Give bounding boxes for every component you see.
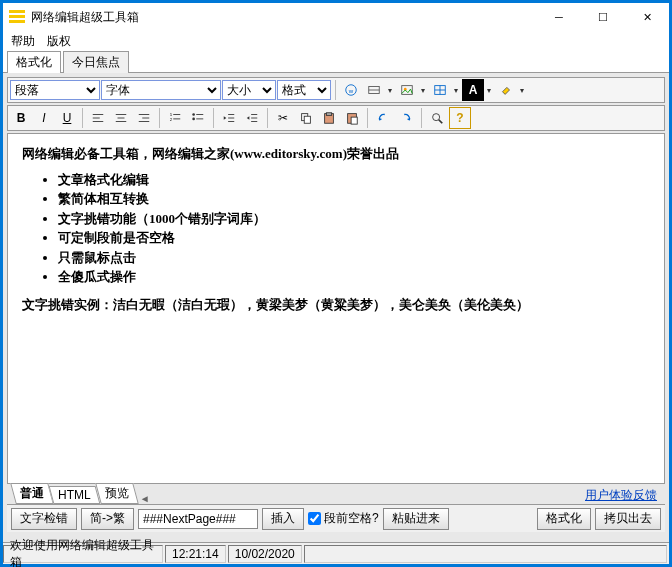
form-icon[interactable] (363, 79, 385, 101)
list-item: 文字挑错功能（1000个错别字词库） (58, 209, 650, 229)
svg-rect-35 (326, 113, 331, 116)
status-time: 12:21:14 (165, 545, 226, 563)
indent-icon[interactable] (241, 107, 263, 129)
window-title: 网络编辑超级工具箱 (31, 9, 139, 26)
content-example: 文字挑错实例：洁白无暇（洁白无瑕），黄梁美梦（黄粱美梦），美仑美奂（美伦美奂） (22, 297, 529, 312)
paragraph-select[interactable]: 段落 (10, 80, 100, 100)
status-date: 10/02/2020 (228, 545, 302, 563)
statusbar: 欢迎使用网络编辑超级工具箱 12:21:14 10/02/2020 (3, 542, 669, 564)
titlebar: 网络编辑超级工具箱 ─ ☐ ✕ (3, 3, 669, 31)
svg-point-22 (192, 113, 195, 116)
font-color-icon[interactable]: A (462, 79, 484, 101)
subtab-preview[interactable]: 预览 (95, 483, 139, 504)
tab-format[interactable]: 格式化 (7, 51, 61, 73)
list-item: 全傻瓜式操作 (58, 267, 650, 287)
svg-line-39 (439, 120, 443, 124)
svg-point-24 (192, 118, 195, 121)
copy-icon[interactable] (295, 107, 317, 129)
app-window: 网络编辑超级工具箱 ─ ☐ ✕ 帮助 版权 格式化 今日焦点 段落 字体 大小 … (0, 0, 672, 567)
underline-button[interactable]: U (56, 107, 78, 129)
subtab-normal[interactable]: 普通 (10, 483, 54, 504)
size-select[interactable]: 大小 (222, 80, 276, 100)
find-icon[interactable] (426, 107, 448, 129)
toolbar-row-1: 段落 字体 大小 格式 w ▾ ▾ ▾ A▾ ▾ (7, 77, 665, 103)
svg-rect-33 (304, 116, 310, 123)
list-item: 文章格式化编辑 (58, 170, 650, 190)
insert-button[interactable]: 插入 (262, 508, 304, 530)
web-icon[interactable]: w (340, 79, 362, 101)
nextpage-input[interactable] (138, 509, 258, 529)
align-right-icon[interactable] (133, 107, 155, 129)
menu-copyright[interactable]: 版权 (47, 33, 71, 50)
svg-point-38 (433, 114, 440, 121)
font-select[interactable]: 字体 (101, 80, 221, 100)
list-item: 可定制段前是否空格 (58, 228, 650, 248)
subtab-html[interactable]: HTML (49, 486, 100, 504)
redo-icon[interactable] (395, 107, 417, 129)
cut-icon[interactable]: ✂ (272, 107, 294, 129)
feedback-link[interactable]: 用户体验反馈 (585, 487, 665, 504)
subtab-scroll-left-icon[interactable]: ◄ (140, 493, 150, 504)
formatize-button[interactable]: 格式化 (537, 508, 591, 530)
editor-area[interactable]: 网络编辑必备工具箱，网络编辑之家(www.editorsky.com)荣誉出品 … (7, 133, 665, 484)
italic-button[interactable]: I (33, 107, 55, 129)
copyout-button[interactable]: 拷贝出去 (595, 508, 661, 530)
minimize-button[interactable]: ─ (537, 3, 581, 31)
prespace-checkbox[interactable]: 段前空格? (308, 510, 379, 527)
main-tabs: 格式化 今日焦点 (3, 51, 669, 73)
menu-help[interactable]: 帮助 (11, 33, 35, 50)
proofread-button[interactable]: 文字检错 (11, 508, 77, 530)
outdent-icon[interactable] (218, 107, 240, 129)
maximize-button[interactable]: ☐ (581, 3, 625, 31)
list-item: 只需鼠标点击 (58, 248, 650, 268)
status-empty (304, 545, 667, 563)
unordered-list-icon[interactable] (187, 107, 209, 129)
pastein-button[interactable]: 粘贴进来 (383, 508, 449, 530)
image-icon[interactable] (396, 79, 418, 101)
undo-icon[interactable] (372, 107, 394, 129)
bg-color-icon[interactable] (495, 79, 517, 101)
bold-button[interactable]: B (10, 107, 32, 129)
bottom-toolbar: 文字检错 简->繁 插入 段前空格? 粘贴进来 格式化 拷贝出去 (7, 504, 665, 532)
table-icon[interactable] (429, 79, 451, 101)
close-button[interactable]: ✕ (625, 3, 669, 31)
svg-rect-37 (351, 117, 357, 124)
list-item: 繁简体相互转换 (58, 189, 650, 209)
app-icon (9, 10, 25, 24)
s2t-button[interactable]: 简->繁 (81, 508, 134, 530)
status-message: 欢迎使用网络编辑超级工具箱 (3, 545, 163, 563)
align-left-icon[interactable] (87, 107, 109, 129)
tab-today[interactable]: 今日焦点 (63, 51, 129, 73)
menubar: 帮助 版权 (3, 31, 669, 51)
sub-tabs: 普通 HTML 预览 ◄ 用户体验反馈 (7, 484, 665, 504)
svg-text:2: 2 (170, 117, 173, 122)
style-select[interactable]: 格式 (277, 80, 331, 100)
paste-icon[interactable] (318, 107, 340, 129)
svg-text:w: w (348, 87, 354, 94)
content-list: 文章格式化编辑繁简体相互转换文字挑错功能（1000个错别字词库）可定制段前是否空… (58, 170, 650, 287)
ordered-list-icon[interactable]: 12 (164, 107, 186, 129)
help-icon[interactable]: ? (449, 107, 471, 129)
toolbar-row-2: B I U 12 ✂ ? (7, 105, 665, 131)
content-heading: 网络编辑必备工具箱，网络编辑之家(www.editorsky.com)荣誉出品 (22, 146, 399, 161)
align-center-icon[interactable] (110, 107, 132, 129)
paste-special-icon[interactable] (341, 107, 363, 129)
